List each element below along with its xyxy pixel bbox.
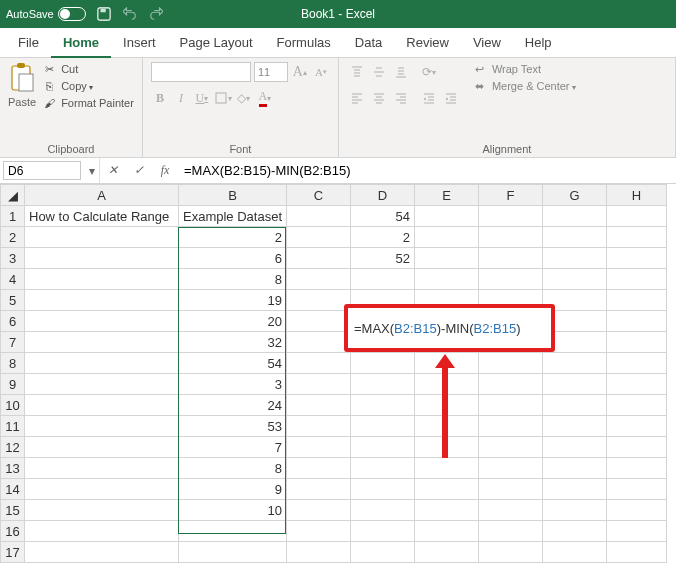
cell[interactable]: [351, 269, 415, 290]
cell[interactable]: [25, 311, 179, 332]
row-header[interactable]: 12: [1, 437, 25, 458]
cell[interactable]: [479, 479, 543, 500]
row-header[interactable]: 3: [1, 248, 25, 269]
align-bottom-button[interactable]: [391, 62, 411, 82]
cell[interactable]: [543, 248, 607, 269]
cell[interactable]: [25, 542, 179, 563]
cell[interactable]: [287, 479, 351, 500]
cell[interactable]: 9: [179, 479, 287, 500]
cell[interactable]: [479, 416, 543, 437]
cell[interactable]: [351, 542, 415, 563]
tab-file[interactable]: File: [6, 28, 51, 58]
row-header[interactable]: 17: [1, 542, 25, 563]
cell[interactable]: [287, 248, 351, 269]
increase-indent-button[interactable]: [441, 88, 461, 108]
cell[interactable]: [543, 542, 607, 563]
cell[interactable]: [479, 227, 543, 248]
cell[interactable]: [287, 269, 351, 290]
cell[interactable]: 6: [179, 248, 287, 269]
cell[interactable]: [415, 227, 479, 248]
cell[interactable]: [607, 395, 667, 416]
border-button[interactable]: [214, 88, 232, 108]
cell[interactable]: [25, 269, 179, 290]
cell[interactable]: [25, 374, 179, 395]
enter-formula-button[interactable]: ✓: [126, 158, 152, 183]
cell[interactable]: 19: [179, 290, 287, 311]
cell[interactable]: [25, 458, 179, 479]
merge-center-button[interactable]: ⬌ Merge & Center: [473, 79, 576, 93]
cell[interactable]: [25, 500, 179, 521]
cell[interactable]: [479, 269, 543, 290]
cell[interactable]: [25, 479, 179, 500]
cell[interactable]: 3: [179, 374, 287, 395]
tab-home[interactable]: Home: [51, 28, 111, 58]
cell[interactable]: 24: [179, 395, 287, 416]
cut-button[interactable]: ✂ Cut: [42, 62, 134, 76]
cell[interactable]: [607, 206, 667, 227]
bold-button[interactable]: B: [151, 88, 169, 108]
align-top-button[interactable]: [347, 62, 367, 82]
cell[interactable]: [351, 479, 415, 500]
cell[interactable]: [351, 458, 415, 479]
autosave-toggle[interactable]: AutoSave: [6, 7, 86, 21]
cell[interactable]: [607, 332, 667, 353]
save-icon[interactable]: [96, 6, 112, 22]
cell[interactable]: [415, 500, 479, 521]
worksheet-grid[interactable]: ◢ A B C D E F G H 1How to Calculate Rang…: [0, 184, 676, 563]
cell[interactable]: [287, 311, 351, 332]
cell[interactable]: [351, 416, 415, 437]
cell[interactable]: [25, 416, 179, 437]
decrease-indent-button[interactable]: [419, 88, 439, 108]
format-painter-button[interactable]: 🖌 Format Painter: [42, 96, 134, 110]
cell[interactable]: [607, 521, 667, 542]
cell[interactable]: [351, 353, 415, 374]
row-header[interactable]: 5: [1, 290, 25, 311]
cell[interactable]: [543, 521, 607, 542]
copy-button[interactable]: ⎘ Copy: [42, 79, 134, 93]
name-box[interactable]: [3, 161, 81, 180]
cell[interactable]: 2: [351, 227, 415, 248]
cell[interactable]: [543, 500, 607, 521]
cell[interactable]: [607, 290, 667, 311]
cell[interactable]: [287, 416, 351, 437]
row-header[interactable]: 13: [1, 458, 25, 479]
cell[interactable]: [287, 332, 351, 353]
cell[interactable]: [351, 500, 415, 521]
tab-page-layout[interactable]: Page Layout: [168, 28, 265, 58]
cell[interactable]: [287, 458, 351, 479]
decrease-font-button[interactable]: A▾: [312, 62, 330, 82]
cell[interactable]: 52: [351, 248, 415, 269]
cell[interactable]: [25, 437, 179, 458]
cell[interactable]: [479, 437, 543, 458]
cell[interactable]: [415, 206, 479, 227]
redo-icon[interactable]: [148, 6, 164, 22]
cell[interactable]: [287, 353, 351, 374]
fx-button[interactable]: fx: [152, 158, 178, 183]
cell[interactable]: [479, 206, 543, 227]
italic-button[interactable]: I: [172, 88, 190, 108]
col-header-D[interactable]: D: [351, 185, 415, 206]
cell[interactable]: [25, 227, 179, 248]
tab-review[interactable]: Review: [394, 28, 461, 58]
cell[interactable]: [351, 374, 415, 395]
cell[interactable]: [607, 479, 667, 500]
cell[interactable]: [607, 458, 667, 479]
tab-data[interactable]: Data: [343, 28, 394, 58]
cell[interactable]: [543, 416, 607, 437]
row-header[interactable]: 8: [1, 353, 25, 374]
row-header[interactable]: 14: [1, 479, 25, 500]
align-middle-button[interactable]: [369, 62, 389, 82]
fill-color-button[interactable]: ◇: [235, 88, 253, 108]
tab-insert[interactable]: Insert: [111, 28, 168, 58]
cell[interactable]: [415, 458, 479, 479]
cell[interactable]: [415, 269, 479, 290]
row-header[interactable]: 7: [1, 332, 25, 353]
cell[interactable]: [543, 479, 607, 500]
cell[interactable]: 2: [179, 227, 287, 248]
cell[interactable]: [607, 500, 667, 521]
cell[interactable]: [607, 311, 667, 332]
cancel-formula-button[interactable]: ✕: [100, 158, 126, 183]
tab-view[interactable]: View: [461, 28, 513, 58]
cell[interactable]: How to Calculate Range: [25, 206, 179, 227]
underline-button[interactable]: U: [193, 88, 211, 108]
